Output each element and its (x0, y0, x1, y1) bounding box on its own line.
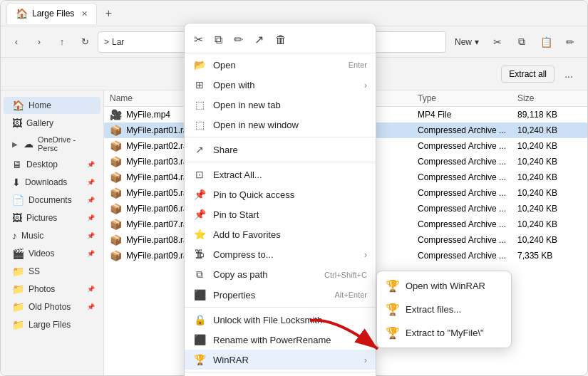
csm-extract-to-icon: 🏆 (386, 326, 400, 340)
csm-extract-files[interactable]: 🏆 Extract files... (377, 298, 511, 321)
col-size: Size (517, 93, 582, 103)
cm-share[interactable]: ↗ Share (185, 140, 376, 160)
cm-open-with[interactable]: ⊞ Open with › (185, 75, 376, 95)
cm-pin-start[interactable]: 📌 Pin to Start (185, 204, 376, 224)
cm-pin-quick[interactable]: 📌 Pin to Quick access (185, 184, 376, 204)
sidebar-item-large-files[interactable]: 📁 Large Files (4, 316, 100, 333)
cm-unlock-label: Unlock with File Locksmith (213, 315, 367, 325)
csm-extract-icon: 🏆 (386, 303, 400, 316)
tab-title: Large Files (32, 9, 74, 19)
col-type: Type (418, 93, 517, 103)
csm-extract-label: Extract files... (406, 304, 461, 315)
pictures-icon: 🖼 (12, 212, 22, 224)
cm-pin-start-label: Pin to Start (213, 209, 367, 220)
ribbon-more-button[interactable]: ... (559, 64, 579, 84)
csm-extract-to[interactable]: 🏆 Extract to "MyFile\" (377, 321, 511, 345)
sidebar-item-desktop[interactable]: 🖥 Desktop 📌 (4, 156, 100, 173)
rar-icon: 📦 (110, 234, 122, 246)
pin-icon: 📌 (87, 286, 95, 293)
cm-add-favorites[interactable]: ⭐ Add to Favorites (185, 224, 376, 244)
sidebar-item-label: Home (29, 100, 51, 110)
file-size: 10,240 KB (517, 219, 582, 229)
back-button[interactable]: ‹ (6, 32, 26, 52)
tab-folder-icon: 🏠 (16, 8, 28, 19)
cm-favorites-label: Add to Favorites (213, 229, 367, 240)
sidebar-item-onedrive[interactable]: ▶ ☁ OneDrive - Persc (4, 132, 100, 155)
winrar-submenu: 🏆 Open with WinRAR 🏆 Extract files... 🏆 … (376, 271, 512, 348)
sidebar-item-downloads[interactable]: ⬇ Downloads 📌 (4, 174, 100, 191)
cm-share-icon[interactable]: ↗ (252, 31, 266, 48)
folder-icon: 📁 (12, 319, 24, 330)
pin-icon: 📌 (87, 232, 95, 239)
sidebar-item-pictures[interactable]: 🖼 Pictures 📌 (4, 209, 100, 226)
cm-open-label: Open (213, 60, 341, 70)
window-tab[interactable]: 🏠 Large Files ✕ (6, 3, 97, 24)
file-size: 10,240 KB (517, 172, 582, 182)
sidebar-item-music[interactable]: ♪ Music 📌 (4, 227, 100, 244)
extract-all-button[interactable]: Extract all (501, 66, 555, 83)
cm-open-icon: 📂 (193, 59, 206, 70)
sidebar-item-home[interactable]: 🏠 Home (4, 97, 100, 114)
file-type: Compressed Archive ... (418, 172, 517, 182)
file-name-text: MyFile.part07.rar (126, 219, 191, 229)
tab-close-button[interactable]: ✕ (81, 9, 88, 19)
file-type: Compressed Archive ... (418, 125, 517, 135)
csm-winrar-icon: 🏆 (386, 279, 400, 293)
sidebar-item-ss[interactable]: 📁 SS (4, 263, 100, 280)
file-type: Compressed Archive ... (418, 235, 517, 245)
sidebar-item-label: Gallery (26, 118, 53, 128)
cm-open-new-window[interactable]: ⬚ Open in new window (185, 115, 376, 135)
context-menu-toolbar: ✂ ⧉ ✏ ↗ 🗑 (185, 26, 376, 53)
cm-properties[interactable]: ⬛ Properties Alt+Enter (185, 285, 376, 305)
rename-button[interactable]: ✏ (559, 31, 582, 53)
cm-rename-icon[interactable]: ✏ (232, 31, 245, 48)
file-size: 10,240 KB (517, 204, 582, 214)
cm-delete-icon[interactable]: 🗑 (273, 31, 289, 48)
new-button[interactable]: New ▾ (449, 34, 485, 50)
cm-power-rename-icon: ⬛ (193, 334, 206, 345)
refresh-button[interactable]: ↻ (75, 32, 95, 52)
extract-all-label: Extract all (509, 69, 547, 79)
cm-compress[interactable]: 🗜 Compress to... › (185, 244, 376, 264)
file-size: 7,335 KB (517, 251, 582, 261)
cm-copy-path-shortcut: Ctrl+Shift+C (324, 271, 367, 279)
cm-rename-power[interactable]: ⬛ Rename with PowerRename (185, 330, 376, 350)
cm-extract-all[interactable]: ⊡ Extract All... (185, 164, 376, 184)
cut-button[interactable]: ✂ (486, 31, 509, 53)
cm-lock-icon: 🔒 (193, 314, 206, 325)
rar-icon: 📦 (110, 203, 122, 214)
paste-button[interactable]: 📋 (535, 31, 557, 53)
sidebar: 🏠 Home 🖼 Gallery ▶ ☁ OneDrive - Persc 🖥 … (1, 90, 104, 375)
sidebar-item-old-photos[interactable]: 📁 Old Photos 📌 (4, 298, 100, 315)
forward-button[interactable]: › (29, 32, 49, 52)
cm-open-with-arrow: › (364, 80, 367, 90)
documents-icon: 📄 (12, 194, 24, 206)
cm-new-window-label: Open in new window (213, 120, 367, 130)
videos-icon: 🎬 (12, 248, 24, 259)
cm-copy-path[interactable]: ⧉ Copy as path Ctrl+Shift+C (185, 264, 376, 285)
cm-copy-icon[interactable]: ⧉ (212, 31, 225, 48)
home-icon: 🏠 (12, 100, 24, 111)
cm-separator-4 (185, 372, 376, 372)
up-button[interactable]: ↑ (52, 32, 72, 52)
cm-cut-icon[interactable]: ✂ (192, 31, 205, 48)
address-text: Lar (112, 37, 124, 47)
cm-open[interactable]: 📂 Open Enter (185, 55, 376, 75)
sidebar-item-photos[interactable]: 📁 Photos 📌 (4, 281, 100, 298)
cm-properties-label: Properties (213, 290, 327, 301)
csm-open-winrar[interactable]: 🏆 Open with WinRAR (377, 274, 511, 298)
file-size: 10,240 KB (517, 188, 582, 198)
sidebar-item-documents[interactable]: 📄 Documents 📌 (4, 192, 100, 209)
sidebar-item-label: Downloads (25, 177, 67, 187)
cm-share-icon2: ↗ (193, 144, 206, 155)
file-size: 10,240 KB (517, 125, 582, 135)
folder-icon: 📁 (12, 301, 24, 313)
cm-winrar[interactable]: 🏆 WinRAR › (185, 350, 376, 370)
cm-unlock-locksmith[interactable]: 🔒 Unlock with File Locksmith (185, 310, 376, 330)
sidebar-item-videos[interactable]: 🎬 Videos 📌 (4, 245, 100, 262)
sidebar-item-gallery[interactable]: 🖼 Gallery (4, 115, 100, 132)
sidebar-item-label: SS (29, 266, 40, 276)
cm-open-new-tab[interactable]: ⬚ Open in new tab (185, 95, 376, 115)
new-tab-button[interactable]: + (98, 4, 118, 24)
copy-button[interactable]: ⧉ (510, 31, 533, 53)
